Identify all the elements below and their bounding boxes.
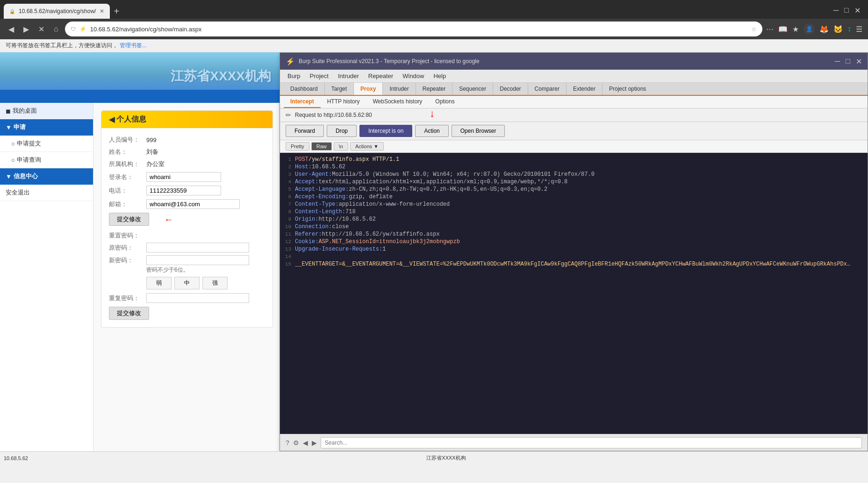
tab-intruder[interactable]: Intruder [383,83,416,95]
sidebar-item-apply[interactable]: ▼ 申请 [0,119,93,136]
browser-tab[interactable]: 🔒 10.68.5.62/navigation/cg/show/ ✕ [4,4,110,19]
tab-sequencer[interactable]: Sequencer [452,83,493,95]
more-options-icon[interactable]: ⋯ [766,25,774,34]
sidebar-apply-sub2: 申请查询 [17,156,41,164]
info-row-id: 人员编号： 999 [109,136,265,144]
sidebar-desktop-label: 我的桌面 [13,107,37,115]
tab-target[interactable]: Target [325,83,354,95]
info-phone-input[interactable] [146,186,221,195]
sidebar-item-info-center[interactable]: ▼ 信息中心 [0,168,93,185]
prev-icon[interactable]: ◀ [303,439,308,447]
submit-info-button[interactable]: 提交修改 [109,213,149,226]
burp-menu-project[interactable]: Project [306,72,332,80]
burp-menu-intruder[interactable]: Intruder [334,72,363,80]
reload-button[interactable]: ✕ [36,24,47,35]
close-button[interactable]: ✕ [854,6,861,15]
fmt-newline-btn[interactable]: \n [334,142,348,151]
web-page-org-name: 江苏省XXXX机构 [171,67,271,85]
web-nav-bar [0,90,280,103]
info-org-label: 所属机构： [109,160,146,168]
tab-close-icon[interactable]: ✕ [100,8,104,14]
new-pwd-input[interactable] [146,255,249,265]
open-browser-button[interactable]: Open Browser [452,125,505,137]
request-content[interactable]: 1 POST /yw/staffinfo.aspx HTTP/1.1 2 Hos… [280,153,868,434]
pwd-hint-row: 密码不少于6位。 [109,266,265,274]
fmt-raw-btn[interactable]: Raw [311,142,332,151]
burp-menu-window[interactable]: Window [399,72,428,80]
burp-menu-help[interactable]: Help [430,72,450,80]
burp-menu-repeater[interactable]: Repeater [365,72,397,80]
request-url-text: Request to http://10.68.5.62:80 [295,112,372,118]
old-pwd-input[interactable] [146,243,249,252]
sync-icon[interactable]: ↕ [847,25,851,33]
tab-decoder[interactable]: Decoder [493,83,528,95]
intercept-toggle-button[interactable]: Intercept is on [359,125,412,137]
reading-list-icon[interactable]: 📖 [778,25,788,34]
sidebar-apply-label: 申请 [14,123,26,131]
bookmarks-link[interactable]: 管理书签... [120,42,147,50]
burp-menu-burp[interactable]: Burp [284,72,304,80]
menu-icon[interactable]: ☰ [856,25,862,34]
submit-pwd-button[interactable]: 提交修改 [109,307,149,320]
req-line-11: 11 Referer: http://10.68.5.62/yw/staffin… [280,231,868,238]
tab-favicon: 🔒 [9,9,15,14]
sidebar-item-logout[interactable]: 安全退出 [0,185,93,201]
tab-comparer[interactable]: Comparer [528,83,567,95]
line-num-13: 13 [280,245,295,253]
forward-button[interactable]: Forward [286,125,324,137]
info-row-phone: 电话： [109,186,265,195]
subtab-options[interactable]: Options [429,96,461,108]
info-row-login: 登录名： [109,172,265,182]
tab-extender[interactable]: Extender [567,83,603,95]
sidebar-item-apply-sub2[interactable]: ○ 申请查询 [0,152,93,168]
next-icon[interactable]: ▶ [312,439,317,447]
addon2-icon[interactable]: 🐱 [833,25,843,34]
web-page-header: 江苏省XXXX机构 [0,52,280,90]
addon-icon[interactable]: 🦊 [819,25,829,34]
fmt-actions-btn[interactable]: Actions ▼ [350,142,384,151]
profile-icon[interactable]: 👤 [803,23,815,35]
line-num-12: 12 [280,238,295,245]
sidebar-item-apply-sub1[interactable]: ○ 申请提文 [0,136,93,152]
action-button[interactable]: Action [415,125,448,137]
help-icon[interactable]: ? [286,439,289,447]
tab-repeater[interactable]: Repeater [416,83,452,95]
strength-medium-btn[interactable]: 中 [174,277,200,289]
strength-strong-btn[interactable]: 强 [202,277,228,289]
info-email-input[interactable] [146,199,240,209]
tab-proxy[interactable]: Proxy [354,83,383,96]
minimize-button[interactable]: ─ [833,6,839,15]
back-button[interactable]: ◀ [6,24,17,35]
new-tab-button[interactable]: + [110,6,123,17]
burp-maximize-btn[interactable]: □ [846,57,850,66]
tab-dashboard[interactable]: Dashboard [284,83,325,95]
line-content-1: POST [295,156,308,163]
forward-button[interactable]: ▶ [21,24,32,35]
burp-main-tabs: Dashboard Target Proxy Intruder Repeater… [280,83,868,96]
burp-close-btn[interactable]: ✕ [856,57,862,66]
maximize-button[interactable]: □ [844,6,849,15]
req-line-2: 2 Host: 10.68.5.62 [280,163,868,171]
tab-project-options[interactable]: Project options [603,83,653,95]
info-row-name: 姓名： 刘备 [109,148,265,156]
info-name-value: 刘备 [146,148,158,156]
subtab-websockets[interactable]: WebSockets history [366,96,429,108]
repeat-pwd-input[interactable] [146,293,249,303]
subtab-intercept[interactable]: Intercept [284,96,321,108]
drop-button[interactable]: Drop [327,125,357,137]
repeat-pwd-label: 重复密码： [109,294,146,303]
search-input[interactable] [321,437,862,448]
sidebar-info-center-label: 信息中心 [14,172,38,180]
address-bar[interactable]: 🛡 ⚡ 10.68.5.62/navigation/cg/show/main.a… [65,22,762,36]
fmt-pretty-btn[interactable]: Pretty [286,142,309,151]
favorites-icon[interactable]: ★ [792,25,799,34]
burp-minimize-btn[interactable]: ─ [835,57,840,66]
settings-icon[interactable]: ⚙ [293,439,299,447]
bookmark-star[interactable]: ☆ [751,26,757,33]
req-line-9: 9 Origin: http://10.68.5.62 [280,216,868,223]
home-button[interactable]: ⌂ [51,24,61,34]
sidebar-item-desktop[interactable]: ◼ 我的桌面 [0,103,93,119]
subtab-http-history[interactable]: HTTP history [321,96,366,108]
info-login-input[interactable] [146,172,221,182]
strength-weak-btn[interactable]: 弱 [146,277,172,289]
